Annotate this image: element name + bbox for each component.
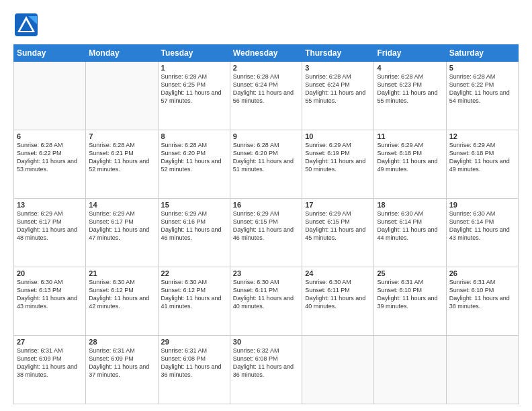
- day-info: Sunrise: 6:31 AM Sunset: 6:10 PM Dayligh…: [449, 278, 515, 311]
- calendar-week-3: 20Sunrise: 6:30 AM Sunset: 6:13 PM Dayli…: [14, 267, 519, 336]
- calendar-cell: 17Sunrise: 6:29 AM Sunset: 6:15 PM Dayli…: [302, 199, 374, 267]
- calendar-cell: [374, 336, 446, 404]
- calendar-cell: 24Sunrise: 6:30 AM Sunset: 6:11 PM Dayli…: [302, 267, 374, 336]
- calendar-header-row: SundayMondayTuesdayWednesdayThursdayFrid…: [14, 45, 519, 62]
- calendar-cell: [86, 62, 158, 130]
- calendar-cell: 21Sunrise: 6:30 AM Sunset: 6:12 PM Dayli…: [86, 267, 158, 336]
- day-number: 13: [17, 201, 83, 209]
- calendar-cell: 23Sunrise: 6:30 AM Sunset: 6:11 PM Dayli…: [230, 267, 302, 336]
- calendar-cell: 7Sunrise: 6:28 AM Sunset: 6:21 PM Daylig…: [86, 130, 158, 199]
- day-info: Sunrise: 6:28 AM Sunset: 6:20 PM Dayligh…: [161, 141, 227, 174]
- day-number: 29: [161, 338, 227, 346]
- calendar-cell: 4Sunrise: 6:28 AM Sunset: 6:23 PM Daylig…: [374, 62, 446, 130]
- calendar-header-monday: Monday: [86, 45, 158, 62]
- calendar-cell: 12Sunrise: 6:29 AM Sunset: 6:18 PM Dayli…: [446, 130, 518, 199]
- day-info: Sunrise: 6:29 AM Sunset: 6:15 PM Dayligh…: [233, 210, 299, 242]
- day-number: 10: [305, 132, 371, 140]
- day-info: Sunrise: 6:30 AM Sunset: 6:14 PM Dayligh…: [377, 210, 443, 242]
- calendar-cell: 20Sunrise: 6:30 AM Sunset: 6:13 PM Dayli…: [14, 267, 86, 336]
- calendar-cell: 9Sunrise: 6:28 AM Sunset: 6:20 PM Daylig…: [230, 130, 302, 199]
- calendar-cell: [302, 336, 374, 404]
- day-number: 8: [161, 132, 227, 140]
- calendar-cell: 18Sunrise: 6:30 AM Sunset: 6:14 PM Dayli…: [374, 199, 446, 267]
- day-number: 27: [17, 338, 83, 346]
- calendar-cell: 30Sunrise: 6:32 AM Sunset: 6:08 PM Dayli…: [230, 336, 302, 404]
- logo-icon: [13, 12, 39, 38]
- calendar-cell: 25Sunrise: 6:31 AM Sunset: 6:10 PM Dayli…: [374, 267, 446, 336]
- day-number: 28: [89, 338, 154, 346]
- day-info: Sunrise: 6:30 AM Sunset: 6:12 PM Dayligh…: [89, 278, 154, 311]
- day-number: 24: [305, 269, 371, 277]
- day-info: Sunrise: 6:31 AM Sunset: 6:09 PM Dayligh…: [17, 347, 83, 379]
- day-info: Sunrise: 6:30 AM Sunset: 6:11 PM Dayligh…: [233, 278, 299, 311]
- day-number: 18: [377, 201, 443, 209]
- calendar-cell: 8Sunrise: 6:28 AM Sunset: 6:20 PM Daylig…: [158, 130, 230, 199]
- day-number: 1: [161, 64, 227, 72]
- calendar-cell: 19Sunrise: 6:30 AM Sunset: 6:14 PM Dayli…: [446, 199, 518, 267]
- day-number: 6: [17, 132, 83, 140]
- day-number: 30: [233, 338, 299, 346]
- day-info: Sunrise: 6:29 AM Sunset: 6:17 PM Dayligh…: [17, 210, 83, 242]
- day-info: Sunrise: 6:28 AM Sunset: 6:22 PM Dayligh…: [449, 73, 515, 105]
- logo: [13, 12, 42, 38]
- calendar-cell: 26Sunrise: 6:31 AM Sunset: 6:10 PM Dayli…: [446, 267, 518, 336]
- calendar-header-wednesday: Wednesday: [230, 45, 302, 62]
- calendar-cell: 28Sunrise: 6:31 AM Sunset: 6:09 PM Dayli…: [86, 336, 158, 404]
- calendar-week-1: 6Sunrise: 6:28 AM Sunset: 6:22 PM Daylig…: [14, 130, 519, 199]
- calendar-header-thursday: Thursday: [302, 45, 374, 62]
- calendar-cell: 5Sunrise: 6:28 AM Sunset: 6:22 PM Daylig…: [446, 62, 518, 130]
- calendar-cell: [14, 62, 86, 130]
- calendar-cell: 29Sunrise: 6:31 AM Sunset: 6:08 PM Dayli…: [158, 336, 230, 404]
- day-number: 15: [161, 201, 227, 209]
- day-number: 3: [305, 64, 371, 72]
- calendar-week-4: 27Sunrise: 6:31 AM Sunset: 6:09 PM Dayli…: [14, 336, 519, 404]
- calendar-cell: 1Sunrise: 6:28 AM Sunset: 6:25 PM Daylig…: [158, 62, 230, 130]
- day-info: Sunrise: 6:29 AM Sunset: 6:15 PM Dayligh…: [305, 210, 371, 242]
- day-info: Sunrise: 6:28 AM Sunset: 6:22 PM Dayligh…: [17, 141, 83, 174]
- calendar-cell: 11Sunrise: 6:29 AM Sunset: 6:18 PM Dayli…: [374, 130, 446, 199]
- calendar-cell: 3Sunrise: 6:28 AM Sunset: 6:24 PM Daylig…: [302, 62, 374, 130]
- day-info: Sunrise: 6:28 AM Sunset: 6:23 PM Dayligh…: [377, 73, 443, 105]
- calendar-cell: 27Sunrise: 6:31 AM Sunset: 6:09 PM Dayli…: [14, 336, 86, 404]
- day-number: 12: [449, 132, 515, 140]
- day-info: Sunrise: 6:28 AM Sunset: 6:24 PM Dayligh…: [305, 73, 371, 105]
- day-info: Sunrise: 6:29 AM Sunset: 6:18 PM Dayligh…: [449, 141, 515, 174]
- day-info: Sunrise: 6:30 AM Sunset: 6:13 PM Dayligh…: [17, 278, 83, 311]
- day-number: 2: [233, 64, 299, 72]
- calendar-week-0: 1Sunrise: 6:28 AM Sunset: 6:25 PM Daylig…: [14, 62, 519, 130]
- calendar-week-2: 13Sunrise: 6:29 AM Sunset: 6:17 PM Dayli…: [14, 199, 519, 267]
- day-info: Sunrise: 6:28 AM Sunset: 6:21 PM Dayligh…: [89, 141, 154, 174]
- calendar-header-tuesday: Tuesday: [158, 45, 230, 62]
- calendar-cell: [446, 336, 518, 404]
- calendar-cell: 13Sunrise: 6:29 AM Sunset: 6:17 PM Dayli…: [14, 199, 86, 267]
- day-info: Sunrise: 6:32 AM Sunset: 6:08 PM Dayligh…: [233, 347, 299, 379]
- day-number: 4: [377, 64, 443, 72]
- day-number: 20: [17, 269, 83, 277]
- day-number: 9: [233, 132, 299, 140]
- calendar-cell: 15Sunrise: 6:29 AM Sunset: 6:16 PM Dayli…: [158, 199, 230, 267]
- calendar-cell: 14Sunrise: 6:29 AM Sunset: 6:17 PM Dayli…: [86, 199, 158, 267]
- day-number: 23: [233, 269, 299, 277]
- day-info: Sunrise: 6:31 AM Sunset: 6:09 PM Dayligh…: [89, 347, 154, 379]
- day-info: Sunrise: 6:28 AM Sunset: 6:24 PM Dayligh…: [233, 73, 299, 105]
- day-number: 25: [377, 269, 443, 277]
- calendar-header-friday: Friday: [374, 45, 446, 62]
- calendar-cell: 22Sunrise: 6:30 AM Sunset: 6:12 PM Dayli…: [158, 267, 230, 336]
- day-number: 14: [89, 201, 154, 209]
- day-number: 22: [161, 269, 227, 277]
- day-number: 19: [449, 201, 515, 209]
- day-number: 11: [377, 132, 443, 140]
- day-info: Sunrise: 6:30 AM Sunset: 6:12 PM Dayligh…: [161, 278, 227, 311]
- calendar-header-sunday: Sunday: [14, 45, 86, 62]
- calendar-cell: 6Sunrise: 6:28 AM Sunset: 6:22 PM Daylig…: [14, 130, 86, 199]
- day-info: Sunrise: 6:29 AM Sunset: 6:18 PM Dayligh…: [377, 141, 443, 174]
- day-info: Sunrise: 6:28 AM Sunset: 6:25 PM Dayligh…: [161, 73, 227, 105]
- day-number: 5: [449, 64, 515, 72]
- header: [13, 12, 519, 38]
- day-number: 21: [89, 269, 154, 277]
- day-info: Sunrise: 6:28 AM Sunset: 6:20 PM Dayligh…: [233, 141, 299, 174]
- day-info: Sunrise: 6:29 AM Sunset: 6:19 PM Dayligh…: [305, 141, 371, 174]
- day-info: Sunrise: 6:30 AM Sunset: 6:14 PM Dayligh…: [449, 210, 515, 242]
- day-number: 16: [233, 201, 299, 209]
- calendar-cell: 16Sunrise: 6:29 AM Sunset: 6:15 PM Dayli…: [230, 199, 302, 267]
